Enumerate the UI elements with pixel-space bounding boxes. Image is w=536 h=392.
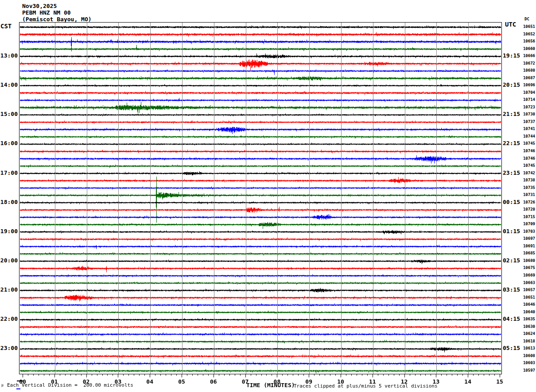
dc-offset-value: 10745: [519, 163, 535, 168]
dc-column-label: DC: [524, 17, 529, 21]
dc-offset-value: 10656: [519, 38, 535, 44]
dc-offset-value: 10597: [519, 368, 535, 373]
dc-offset-value: 10744: [519, 134, 535, 139]
dc-offset-value: 10652: [519, 31, 535, 37]
dc-offset-value: 10738: [519, 177, 535, 183]
dc-offset-value: 10657: [519, 287, 535, 292]
dc-offset-value: 10731: [519, 192, 535, 197]
header-date: Nov30,2025: [22, 3, 57, 9]
dc-offset-value: 10723: [519, 104, 535, 110]
dc-offset-value: 10741: [519, 126, 535, 131]
dc-offset-value: 10651: [519, 295, 535, 300]
utc-hour-label: 05:15: [503, 345, 521, 352]
dc-offset-value: 10746: [519, 156, 535, 161]
minute-label: 04: [144, 378, 156, 385]
seismogram-plot-area: [19, 22, 502, 374]
cst-hour-label: 16:00: [0, 140, 18, 147]
utc-hour-label: 03:15: [503, 286, 521, 293]
dc-offset-value: 10685: [519, 250, 535, 256]
dc-offset-value: 10704: [519, 90, 535, 95]
utc-hour-label: 19:15: [503, 52, 521, 59]
cst-hour-label: 18:00: [0, 199, 18, 206]
dc-offset-value: 10703: [519, 229, 535, 234]
utc-hour-label: 04:15: [503, 315, 521, 323]
utc-hour-label: 20:15: [503, 81, 521, 88]
dc-offset-value: 10603: [519, 360, 535, 365]
dc-offset-value: 10651: [519, 24, 535, 29]
cst-hour-label: 20:00: [0, 257, 18, 264]
micro-scale-glyph: μ: [1, 383, 4, 387]
division-scale-mark-top: [17, 380, 23, 381]
header-station-location: (Pemiscot Bayou, MO): [22, 16, 92, 23]
helicorder-page: Nov30,2025 PEBM HNZ NM 00 (Pemiscot Bayo…: [0, 0, 536, 392]
dc-offset-value: 10672: [519, 61, 535, 66]
dc-offset-value: 10640: [519, 309, 535, 315]
dc-offset-value: 10675: [519, 265, 535, 270]
dc-offset-value: 10663: [519, 280, 535, 285]
right-timezone-label: UTC: [505, 21, 516, 28]
dc-offset-value: 10714: [519, 97, 535, 102]
utc-hour-label: 21:15: [503, 111, 521, 118]
dc-offset-value: 10613: [519, 346, 535, 351]
dc-offset-value: 10660: [519, 46, 535, 51]
x-axis-title: TIME (MINUTES): [246, 382, 295, 388]
dc-offset-value: 10608: [519, 353, 535, 358]
dc-offset-value: 10624: [519, 331, 535, 336]
dc-offset-value: 10735: [519, 185, 535, 190]
minute-label: 05: [175, 378, 188, 385]
utc-hour-label: 22:15: [503, 140, 521, 147]
dc-offset-value: 10742: [519, 170, 535, 176]
minute-label: 15: [493, 378, 506, 385]
dc-offset-value: 10680: [519, 68, 535, 73]
vertical-division-scale-note: Each Vertical Division = 200.00 microvol…: [7, 382, 133, 388]
dc-offset-value: 10709: [519, 221, 535, 227]
left-timezone-label: CST: [0, 23, 12, 30]
dc-offset-value: 10618: [519, 338, 535, 344]
minute-label: 06: [207, 378, 220, 385]
cst-hour-label: 13:00: [0, 52, 18, 59]
helicorder-traces-canvas: [19, 23, 501, 374]
minute-label: 14: [462, 378, 474, 385]
dc-offset-value: 10720: [519, 207, 535, 212]
utc-hour-label: 02:15: [503, 257, 521, 264]
dc-offset-value: 10635: [519, 316, 535, 322]
utc-hour-label: 01:15: [503, 228, 521, 235]
dc-offset-value: 10687: [519, 75, 535, 81]
dc-offset-value: 10715: [519, 214, 535, 219]
clipping-note: Traces clipped at plus/minus 5 vertical …: [294, 383, 438, 389]
dc-offset-value: 10746: [519, 148, 535, 154]
cst-hour-label: 23:00: [0, 345, 18, 352]
cst-hour-label: 15:00: [0, 111, 18, 118]
header-station-code: PEBM HNZ NM 00: [22, 9, 71, 16]
dc-offset-value: 10730: [519, 111, 535, 117]
cst-hour-label: 14:00: [0, 81, 18, 88]
dc-offset-value: 10630: [519, 324, 535, 329]
dc-offset-value: 10669: [519, 273, 535, 278]
utc-hour-label: 00:15: [503, 199, 521, 206]
dc-offset-value: 10666: [519, 53, 535, 58]
cst-hour-label: 19:00: [0, 228, 18, 235]
utc-hour-label: 23:15: [503, 169, 521, 177]
dc-offset-value: 10697: [519, 236, 535, 241]
dc-offset-value: 10696: [519, 82, 535, 88]
cst-hour-label: 21:00: [0, 286, 18, 293]
dc-offset-value: 10646: [519, 302, 535, 307]
dc-offset-value: 10726: [519, 200, 535, 205]
dc-offset-value: 10691: [519, 243, 535, 249]
cst-hour-label: 22:00: [0, 315, 18, 323]
dc-offset-value: 10745: [519, 141, 535, 146]
cst-hour-label: 17:00: [0, 169, 18, 177]
dc-offset-value: 10680: [519, 258, 535, 263]
division-scale-mark-bottom: [16, 388, 20, 389]
dc-offset-value: 10737: [519, 119, 535, 124]
